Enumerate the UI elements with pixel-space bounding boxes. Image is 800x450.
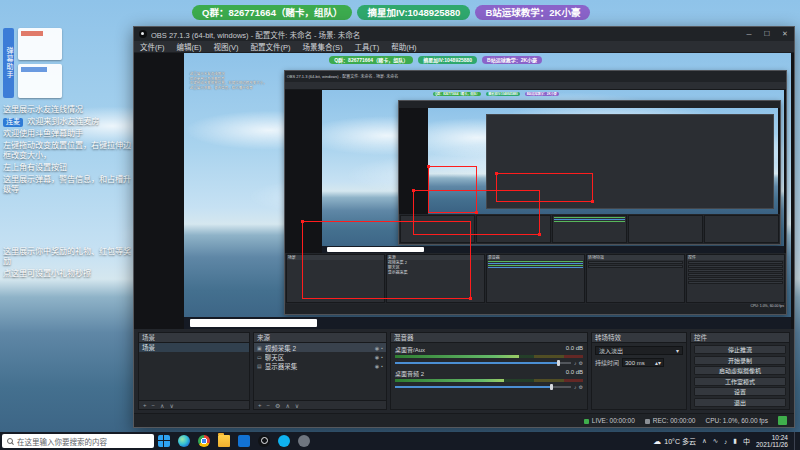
- channel-settings-icon[interactable]: ⚙: [579, 384, 583, 390]
- qq-group-pill: Q群：826771664（赌卡，组队）: [329, 56, 413, 64]
- visibility-eye-icon[interactable]: ◉: [375, 363, 379, 369]
- menu-profile[interactable]: 配置文件(P): [245, 41, 297, 52]
- stop-streaming-button[interactable]: 停止推流: [694, 345, 786, 354]
- volume-meter: [395, 355, 583, 358]
- menu-scene-collection[interactable]: 场景集合(S): [297, 41, 349, 52]
- channel-name: 桌面音频 2: [395, 369, 424, 378]
- language-indicator[interactable]: 中: [743, 436, 750, 446]
- source-properties-icon[interactable]: ⚙: [275, 402, 280, 409]
- weather-widget[interactable]: ☁ 10°C 多云: [653, 436, 696, 446]
- scenes-list[interactable]: 场景: [139, 343, 249, 400]
- spinner-arrows-icon[interactable]: ▴▾: [655, 359, 661, 366]
- close-button[interactable]: ✕: [776, 27, 794, 41]
- obs-window-title: OBS 27.1.3 (64-bit, windows) - 配置文件: 未命名…: [151, 29, 736, 40]
- captured-overlay-text: 这里展示水友连线情况 欢迎使用斗鱼弹幕助手 左键拖动改变放置位置，右键拉伸边框改…: [190, 72, 318, 90]
- visibility-eye-icon[interactable]: ◉: [375, 345, 379, 351]
- controls-dock-title[interactable]: 控件: [691, 333, 789, 343]
- sources-dock-title[interactable]: 来源: [254, 333, 386, 343]
- visibility-eye-icon[interactable]: ◉: [375, 354, 379, 360]
- lock-icon[interactable]: ▪: [381, 345, 383, 351]
- channel-db: 0.0 dB: [566, 345, 583, 354]
- scene-down-button[interactable]: ∨: [169, 402, 173, 409]
- store-icon[interactable]: [238, 435, 250, 447]
- chrome-icon[interactable]: [198, 435, 210, 447]
- scene-up-button[interactable]: ∧: [160, 402, 164, 409]
- remove-source-button[interactable]: −: [267, 402, 271, 408]
- scene-item[interactable]: 场景: [139, 343, 249, 352]
- chevron-down-icon: ▾: [676, 347, 679, 354]
- obs-statusbar: LIVE: 00:00:00 REC: 00:00:00 CPU: 1.0%, …: [134, 413, 794, 427]
- network-icon[interactable]: ∿: [713, 437, 718, 445]
- start-recording-button[interactable]: 开始录制: [694, 356, 786, 365]
- settings-icon[interactable]: [298, 435, 310, 447]
- obs-titlebar[interactable]: OBS 27.1.3 (64-bit, windows) - 配置文件: 未命名…: [134, 27, 794, 41]
- volume-slider[interactable]: ♪⚙: [395, 359, 583, 366]
- edge-icon[interactable]: [178, 435, 190, 447]
- menu-file[interactable]: 文件(F): [134, 41, 171, 52]
- studio-mode-button[interactable]: 工作室模式: [694, 377, 786, 386]
- battery-icon[interactable]: ▮: [733, 437, 737, 445]
- helper-card-1[interactable]: [18, 28, 62, 60]
- chat-source-icon: ▭: [257, 354, 262, 360]
- file-explorer-icon[interactable]: [218, 435, 230, 447]
- channel-settings-icon[interactable]: ⚙: [579, 360, 583, 366]
- lock-icon[interactable]: ▪: [381, 354, 383, 360]
- mixer-channel: 桌面音/Aux 0.0 dB ♪⚙: [395, 345, 583, 366]
- start-button[interactable]: [158, 435, 170, 447]
- menu-tools[interactable]: 工具(T): [349, 41, 386, 52]
- source-down-button[interactable]: ∨: [295, 402, 299, 409]
- taskbar: 在这里输入你要搜索的内容 ☁ 10°C 多云 ∧ ∿ ♪ ▮ 中 10:24 2…: [0, 432, 800, 450]
- source-row[interactable]: ▤ 显示器采集 ◉▪: [254, 361, 386, 370]
- overlay-gift-tip[interactable]: 点这里可设置小礼物秒擦: [3, 269, 135, 279]
- menu-view[interactable]: 视图(V): [208, 41, 245, 52]
- tray-expand-icon[interactable]: ∧: [702, 437, 707, 445]
- display-capture-icon: ▤: [257, 363, 262, 369]
- mixer-dock-title[interactable]: 混音器: [391, 333, 587, 343]
- volume-icon[interactable]: ♪: [724, 438, 727, 445]
- source-selection-rect[interactable]: [302, 221, 470, 298]
- maximize-button[interactable]: ☐: [758, 27, 776, 41]
- obs-taskbar-icon[interactable]: [258, 435, 270, 447]
- add-source-button[interactable]: +: [258, 402, 262, 408]
- transition-select[interactable]: 淡入淡出 ▾: [595, 346, 683, 355]
- minimize-button[interactable]: ─: [740, 27, 758, 41]
- controls-dock: 控件 停止推流 开始录制 启动虚拟摄像机 工作室模式 设置 退出: [690, 332, 790, 410]
- live-status: LIVE: 00:00:00: [584, 417, 635, 424]
- taskbar-search[interactable]: 在这里输入你要搜索的内容: [2, 434, 154, 448]
- window-controls: ─ ☐ ✕: [740, 27, 794, 41]
- show-desktop-button[interactable]: [794, 432, 797, 450]
- sources-list[interactable]: ▣ 视频采集 2 ◉▪ ▭ 聊天区 ◉▪ ▤ 显示器采集 ◉▪: [254, 343, 386, 400]
- room-chip: 连麦: [3, 118, 23, 127]
- transitions-dock-title[interactable]: 转场特效: [592, 333, 686, 343]
- menu-help[interactable]: 帮助(H): [385, 41, 422, 52]
- remove-scene-button[interactable]: −: [152, 402, 156, 408]
- live-indicator-icon: [584, 419, 589, 424]
- captured-taskbar: [184, 317, 791, 329]
- speaker-icon[interactable]: ♪: [574, 360, 577, 366]
- scenes-dock-title[interactable]: 场景: [139, 333, 249, 343]
- captured-banner-pills: Q群：826771664（赌卡，组队） 摘星加IV:1048925880 B站运…: [329, 56, 542, 64]
- scenes-dock: 场景 场景 + − ∧ ∨: [138, 332, 250, 410]
- duration-spinner[interactable]: 300 ms ▴▾: [622, 358, 664, 367]
- volume-slider[interactable]: ♪⚙: [395, 383, 583, 390]
- lock-icon[interactable]: ▪: [381, 363, 383, 369]
- obs-preview-canvas[interactable]: Q群：826771664（赌卡，组队） 摘星加IV:1048925880 B站运…: [134, 53, 794, 329]
- taskbar-clock[interactable]: 10:24 2021/11/26: [756, 434, 788, 449]
- danmaku-helper-window[interactable]: 弹幕助手: [3, 28, 133, 100]
- helper-title-tab: 弹幕助手: [3, 28, 14, 98]
- helper-card-2[interactable]: [18, 64, 62, 98]
- virtual-camera-button[interactable]: 启动虚拟摄像机: [694, 366, 786, 375]
- captured-desktop: Q群：826771664（赌卡，组队） 摘星加IV:1048925880 B站运…: [184, 53, 791, 329]
- speaker-icon[interactable]: ♪: [574, 384, 577, 390]
- overlay-tip: 左上角有设置按钮: [3, 163, 135, 173]
- source-selection-rect[interactable]: [428, 166, 478, 213]
- exit-button[interactable]: 退出: [694, 398, 786, 407]
- sources-dock: 来源 ▣ 视频采集 2 ◉▪ ▭ 聊天区 ◉▪ ▤ 显示器采集: [253, 332, 387, 410]
- source-up-button[interactable]: ∧: [285, 402, 289, 409]
- add-scene-button[interactable]: +: [143, 402, 147, 408]
- clock-date: 2021/11/26: [756, 441, 788, 448]
- obs-menubar: 文件(F) 编辑(E) 视图(V) 配置文件(P) 场景集合(S) 工具(T) …: [134, 41, 794, 53]
- qq-icon[interactable]: [278, 435, 290, 447]
- settings-button[interactable]: 设置: [694, 387, 786, 396]
- menu-edit[interactable]: 编辑(E): [171, 41, 208, 52]
